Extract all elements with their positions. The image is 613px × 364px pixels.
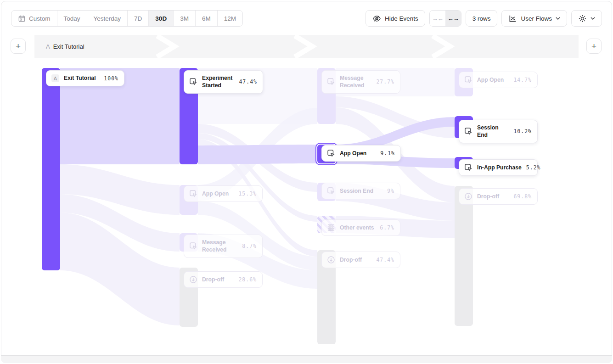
hide-events-button[interactable]: Hide Events: [366, 10, 425, 27]
drop-off-icon: [189, 275, 197, 284]
node-card-app-open-3[interactable]: App Open 9.1%: [321, 145, 401, 162]
event-icon: [189, 190, 197, 198]
node-card-drop-off-4[interactable]: Drop-off 69.8%: [459, 188, 538, 205]
node-card-app-open-4[interactable]: App Open 14.7%: [459, 72, 538, 88]
start-event-title: Exit Tutorial: [53, 43, 84, 50]
settings-dropdown[interactable]: [571, 10, 602, 27]
event-icon: [327, 78, 335, 86]
eye-off-icon: [372, 14, 381, 23]
date-range-today[interactable]: Today: [57, 11, 87, 26]
date-range-12m[interactable]: 12M: [218, 11, 242, 26]
calendar-icon: [18, 15, 26, 22]
toolbar-right: Hide Events →← ←→ 3 rows User Flows: [366, 10, 602, 27]
start-event-prefix: A: [46, 43, 50, 50]
drop-off-icon: [464, 192, 472, 201]
add-step-left-button[interactable]: +: [11, 39, 26, 54]
node-bar-exit-tutorial[interactable]: [42, 68, 60, 270]
gear-icon: [578, 14, 587, 23]
user-flows-icon: [508, 14, 517, 23]
node-card-in-app-purchase-4[interactable]: In-App Purchase 5.2%: [459, 159, 538, 176]
date-range-30d[interactable]: 30D: [149, 11, 174, 26]
rows-label: 3 rows: [472, 15, 491, 22]
start-event-label: A Exit Tutorial: [46, 35, 84, 58]
event-icon: [464, 127, 472, 135]
rows-button[interactable]: 3 rows: [466, 10, 498, 27]
node-card-exit-tutorial[interactable]: A Exit Tutorial 100%: [46, 70, 124, 86]
date-range-label: Custom: [29, 15, 51, 22]
toolbar: Custom Today Yesterday 7D 30D 3M 6M 12M …: [0, 0, 613, 33]
event-icon: [189, 242, 197, 250]
node-bar-drop-off-4[interactable]: [455, 186, 473, 326]
date-range-6m[interactable]: 6M: [196, 11, 218, 26]
expand-icon: ←→: [448, 15, 459, 22]
step-divider-chevrons: [34, 35, 579, 58]
add-step-right-button[interactable]: +: [586, 39, 602, 54]
event-icon: [464, 76, 472, 84]
collapse-columns-button[interactable]: →←: [430, 11, 445, 26]
bottom-scroll-strip[interactable]: [1, 355, 612, 363]
width-toggle-group: →← ←→: [429, 10, 461, 27]
node-card-session-end-3[interactable]: Session End 9%: [321, 183, 400, 199]
node-card-message-received-2[interactable]: Message Received 8.7%: [184, 235, 263, 258]
node-card-message-received-3[interactable]: Message Received 27.7%: [321, 70, 400, 94]
event-icon: [464, 163, 472, 172]
node-card-drop-off-2[interactable]: Drop-off 28.6%: [184, 271, 263, 288]
view-type-label: User Flows: [521, 15, 552, 22]
event-badge: A: [51, 74, 59, 82]
drop-off-icon: [327, 256, 335, 264]
date-range-3m[interactable]: 3M: [174, 11, 196, 26]
hide-events-label: Hide Events: [385, 15, 418, 22]
event-icon: [189, 78, 197, 86]
plus-icon: +: [16, 41, 21, 51]
node-card-experiment-started[interactable]: Experiment Started 47.4%: [184, 70, 263, 94]
node-card-app-open-2[interactable]: App Open 15.3%: [184, 185, 263, 202]
date-range-group: Custom Today Yesterday 7D 30D 3M 6M 12M: [11, 10, 243, 27]
expand-columns-button[interactable]: ←→: [445, 11, 461, 26]
plus-icon: +: [591, 41, 596, 51]
chevron-down-icon: [556, 17, 560, 20]
date-range-7d[interactable]: 7D: [128, 11, 149, 26]
node-card-session-end-4[interactable]: Session End 10.2%: [459, 120, 538, 143]
view-type-dropdown[interactable]: User Flows: [501, 10, 567, 27]
node-card-drop-off-3[interactable]: Drop-off 47.4%: [321, 252, 400, 268]
chevron-down-icon: [591, 17, 595, 20]
date-range-custom[interactable]: Custom: [11, 11, 57, 26]
event-icon: [327, 187, 335, 195]
other-events-icon: [327, 224, 335, 232]
flow-step-header[interactable]: A Exit Tutorial: [34, 35, 579, 58]
node-card-other-events-3[interactable]: Other events 6.7%: [321, 219, 400, 236]
collapse-icon: →←: [432, 15, 443, 22]
date-range-yesterday[interactable]: Yesterday: [87, 11, 128, 26]
event-icon: [327, 149, 335, 157]
